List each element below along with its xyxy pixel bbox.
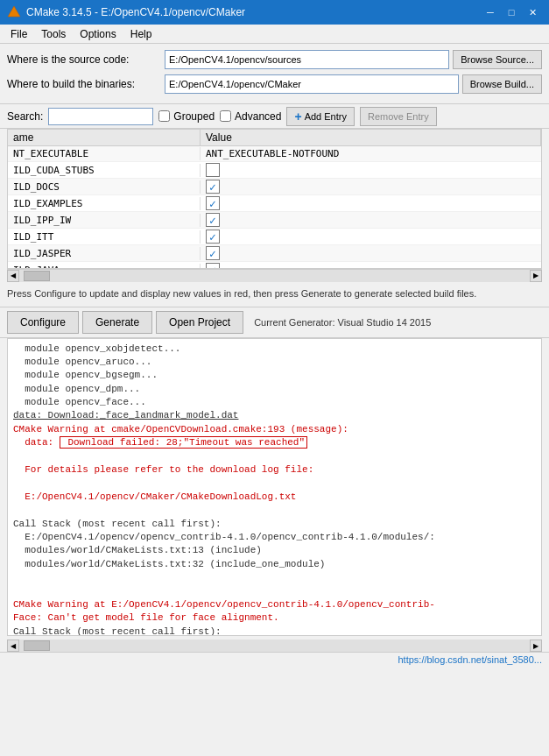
table-row[interactable]: ILD_DOCS ✓ — [8, 179, 541, 195]
source-row: Where is the source code: Browse Source.… — [7, 49, 542, 70]
source-input[interactable] — [165, 50, 449, 69]
menu-options[interactable]: Options — [73, 26, 123, 42]
title-bar: CMake 3.14.5 - E:/OpenCV4.1/opencv/CMake… — [0, 0, 549, 25]
status-text: Press Configure to update and display ne… — [0, 281, 549, 307]
menu-file[interactable]: File — [4, 26, 34, 42]
log-output[interactable]: module opencv_xobjdetect... module openc… — [7, 338, 542, 636]
log-line: module opencv_bgsegm... — [13, 369, 536, 382]
build-label: Where to build the binaries: — [7, 78, 165, 90]
title-controls: ─ □ ✕ — [481, 4, 542, 21]
log-line: Face: Can't get model file for face alig… — [13, 611, 536, 625]
grouped-label: Grouped — [173, 110, 215, 123]
menu-tools[interactable]: Tools — [34, 26, 73, 42]
search-label: Search: — [7, 110, 43, 123]
cell-name-5: ILD_ITT — [8, 230, 201, 244]
advanced-label: Advanced — [235, 110, 281, 123]
log-line — [13, 504, 536, 517]
scroll-right-arrow-bottom[interactable]: ▶ — [530, 639, 542, 652]
button-bar: Configure Generate Open Project Current … — [0, 307, 549, 338]
table-checkbox-4[interactable]: ✓ — [206, 213, 220, 227]
status-url: https://blog.csdn.net/sinat_3580... — [398, 654, 542, 665]
browse-build-button[interactable]: Browse Build... — [462, 74, 542, 94]
source-label: Where is the source code: — [7, 53, 165, 66]
scroll-right-arrow[interactable]: ▶ — [530, 270, 542, 282]
column-value-header: Value — [201, 130, 541, 145]
scroll-track[interactable] — [19, 270, 530, 282]
log-line: module opencv_aruco... — [13, 356, 536, 369]
cell-value-4: ✓ — [201, 212, 541, 228]
advanced-checkbox[interactable] — [220, 110, 231, 122]
maximize-button[interactable]: □ — [502, 4, 521, 21]
cell-value-6: ✓ — [201, 245, 541, 261]
log-highlight: Download failed: 28;"Timeout was reached… — [60, 436, 307, 449]
log-line: Call Stack (most recent call first): — [13, 625, 536, 636]
menu-help[interactable]: Help — [123, 26, 159, 42]
search-row: Search: Grouped Advanced + Add Entry Rem… — [0, 104, 549, 129]
log-line: data: Download:_face_landmark_model.dat — [13, 409, 536, 422]
scroll-left-arrow[interactable]: ◀ — [7, 270, 19, 282]
build-input[interactable] — [165, 74, 459, 94]
cell-value-3: ✓ — [201, 195, 541, 211]
configure-button[interactable]: Configure — [7, 311, 79, 334]
table-row[interactable]: ILD_EXAMPLES ✓ — [8, 195, 541, 212]
log-line: E:/OpenCV4.1/opencv/CMaker/CMakeDownload… — [13, 491, 536, 504]
table-row[interactable]: NT_EXECUTABLE ANT_EXECUTABLE-NOTFOUND — [8, 146, 541, 162]
table-checkbox-3[interactable]: ✓ — [206, 196, 220, 210]
log-line — [13, 571, 536, 584]
scroll-thumb-bottom[interactable] — [24, 640, 50, 651]
table-checkbox-1[interactable] — [206, 163, 220, 177]
log-line: module opencv_dpm... — [13, 383, 536, 396]
table-row[interactable]: ILD_ITT ✓ — [8, 229, 541, 245]
column-name-header: ame — [8, 130, 201, 145]
scroll-track-bottom[interactable] — [19, 639, 530, 652]
cell-name-0: NT_EXECUTABLE — [8, 147, 201, 160]
log-line: modules/world/CMakeLists.txt:32 (include… — [13, 558, 536, 571]
plus-icon: + — [294, 110, 301, 124]
log-line: E:/OpenCV4.1/opencv/opencv_contrib-4.1.0… — [13, 531, 536, 544]
table-row[interactable]: ILD_JAVA ✓ — [8, 262, 541, 269]
open-project-button[interactable]: Open Project — [156, 311, 243, 334]
cell-name-6: ILD_JASPER — [8, 247, 201, 260]
close-button[interactable]: ✕ — [523, 4, 542, 21]
cell-name-4: ILD_IPP_IW — [8, 214, 201, 227]
scroll-thumb[interactable] — [24, 271, 50, 281]
menu-bar: File Tools Options Help — [0, 25, 549, 44]
table-row[interactable]: ILD_CUDA_STUBS — [8, 162, 541, 179]
cmake-table[interactable]: ame Value NT_EXECUTABLE ANT_EXECUTABLE-N… — [7, 129, 542, 269]
add-entry-button[interactable]: + Add Entry — [286, 107, 355, 126]
advanced-checkbox-group: Advanced — [220, 110, 281, 123]
table-row[interactable]: ILD_JASPER ✓ — [8, 245, 541, 262]
form-area: Where is the source code: Browse Source.… — [0, 44, 549, 104]
cell-value-5: ✓ — [201, 229, 541, 244]
log-line: For details please refer to the download… — [13, 463, 536, 477]
search-input[interactable] — [48, 108, 153, 125]
table-checkbox-6[interactable]: ✓ — [206, 246, 220, 260]
title-text: CMake 3.14.5 - E:/OpenCV4.1/opencv/CMake… — [26, 6, 481, 18]
remove-entry-button[interactable]: Remove Entry — [360, 107, 437, 126]
build-row: Where to build the binaries: Browse Buil… — [7, 74, 542, 95]
log-line: modules/world/CMakeLists.txt:13 (include… — [13, 544, 536, 557]
grouped-checkbox-group: Grouped — [158, 110, 215, 123]
log-line: Call Stack (most recent call first): — [13, 518, 536, 531]
table-header: ame Value — [8, 130, 541, 146]
log-line — [13, 450, 536, 463]
scroll-left-arrow-bottom[interactable]: ◀ — [7, 639, 19, 652]
table-checkbox-7[interactable]: ✓ — [206, 263, 220, 269]
app-icon — [7, 5, 21, 19]
cell-name-1: ILD_CUDA_STUBS — [8, 164, 201, 177]
cell-value-0: ANT_EXECUTABLE-NOTFOUND — [201, 147, 541, 160]
log-line: CMake Warning at cmake/OpenCVDownload.cm… — [13, 423, 536, 436]
log-line — [13, 477, 536, 490]
minimize-button[interactable]: ─ — [481, 4, 500, 21]
browse-source-button[interactable]: Browse Source... — [453, 50, 542, 69]
status-bar: https://blog.csdn.net/sinat_3580... — [0, 652, 549, 668]
generate-button[interactable]: Generate — [82, 311, 152, 334]
horizontal-scrollbar[interactable]: ◀ ▶ — [7, 269, 542, 281]
table-row[interactable]: ILD_IPP_IW ✓ — [8, 212, 541, 229]
table-checkbox-5[interactable]: ✓ — [206, 230, 220, 244]
log-line: module opencv_face... — [13, 396, 536, 409]
table-checkbox-2[interactable]: ✓ — [206, 180, 220, 194]
grouped-checkbox[interactable] — [158, 110, 170, 122]
bottom-horizontal-scrollbar[interactable]: ◀ ▶ — [7, 639, 542, 652]
generator-text: Current Generator: Visual Studio 14 2015 — [254, 317, 431, 328]
